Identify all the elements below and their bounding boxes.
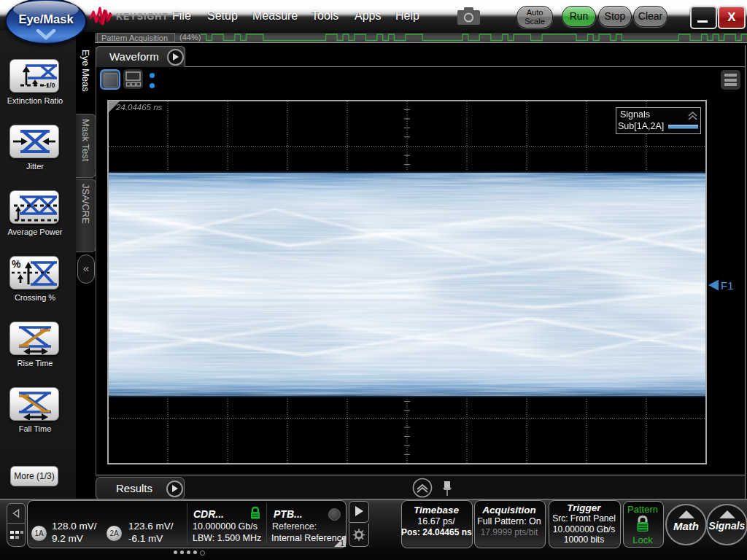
svg-text:F1: F1 [721, 279, 734, 292]
svg-text:Signals: Signals [620, 109, 650, 120]
svg-text:Sub[1A,2A]: Sub[1A,2A] [618, 121, 664, 131]
svg-text:KEYSIGHT: KEYSIGHT [116, 12, 169, 22]
svg-text:%: % [12, 258, 21, 270]
svg-text:-1/0: -1/0 [44, 82, 55, 89]
svg-text:1: 1 [340, 539, 344, 548]
svg-text:24.04465 ns: 24.04465 ns [115, 103, 163, 112]
